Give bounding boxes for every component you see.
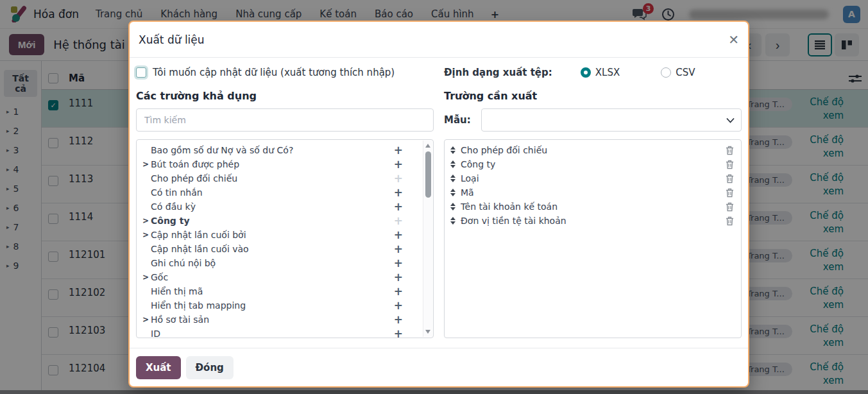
- field-label: Bao gồm số dư Nợ và số dư Có?: [151, 145, 394, 155]
- import-compatible-checkbox[interactable]: [136, 67, 146, 78]
- close-button[interactable]: Đóng: [186, 356, 234, 379]
- field-item[interactable]: >Cập nhật lần cuối bởi+: [137, 228, 432, 242]
- add-field-icon[interactable]: +: [394, 300, 403, 311]
- field-label: Hiển thị mã: [151, 286, 394, 296]
- trash-icon: [726, 160, 734, 169]
- expand-caret-icon[interactable]: >: [142, 273, 151, 282]
- field-item[interactable]: Bao gồm số dư Nợ và số dư Có?+: [137, 143, 432, 157]
- field-label: Cho phép đối chiếu: [151, 173, 394, 184]
- export-format-label: Định dạng xuất tệp:: [444, 67, 552, 78]
- screen: Hóa đơn Trang chủ Khách hàng Nhà cung cấ…: [0, 0, 868, 394]
- chevron-down-icon: [726, 117, 735, 123]
- format-option-csv[interactable]: CSV: [661, 67, 695, 78]
- export-field-item[interactable]: Mã: [445, 185, 740, 200]
- drag-sort-icon[interactable]: [450, 189, 455, 196]
- field-item[interactable]: >Gốc+: [137, 270, 432, 284]
- drag-sort-icon[interactable]: [450, 217, 455, 225]
- field-label: Có tin nhắn: [151, 187, 394, 198]
- export-field-item[interactable]: Tên tài khoản kế toán: [445, 200, 740, 214]
- drag-sort-icon[interactable]: [450, 146, 455, 154]
- format-option-label: XLSX: [595, 67, 620, 78]
- remove-field-button[interactable]: [726, 146, 734, 155]
- add-field-icon[interactable]: +: [394, 145, 403, 156]
- add-field-icon[interactable]: +: [394, 201, 403, 212]
- export-field-label: Loại: [461, 173, 726, 184]
- export-field-label: Tên tài khoản kế toán: [461, 201, 726, 212]
- trash-icon: [726, 188, 734, 198]
- drag-sort-icon[interactable]: [450, 203, 455, 210]
- field-label: ID: [151, 329, 394, 338]
- trash-icon: [726, 202, 734, 212]
- field-item[interactable]: Cho phép đối chiếu+: [137, 171, 432, 185]
- available-fields-heading: Các trường khả dụng: [136, 90, 434, 102]
- export-format-group: Định dạng xuất tệp: XLSX CSV: [444, 67, 742, 78]
- field-label: Gốc: [151, 272, 394, 282]
- field-item[interactable]: Hiển thị mã+: [137, 284, 432, 298]
- add-field-icon[interactable]: +: [394, 230, 403, 241]
- expand-caret-icon[interactable]: >: [142, 216, 151, 225]
- field-item[interactable]: Có đầu kỳ+: [137, 200, 432, 214]
- field-item[interactable]: >Công ty+: [137, 214, 432, 228]
- add-field-icon[interactable]: +: [394, 314, 403, 325]
- expand-caret-icon[interactable]: >: [142, 230, 151, 239]
- template-label: Mẫu:: [444, 114, 481, 126]
- remove-field-button[interactable]: [726, 188, 734, 198]
- remove-field-button[interactable]: [726, 160, 734, 169]
- field-label: Bút toán được phép: [151, 159, 394, 169]
- export-field-item[interactable]: Công ty: [445, 157, 740, 171]
- template-select[interactable]: [481, 108, 742, 132]
- export-field-item[interactable]: Đơn vị tiền tệ tài khoản: [445, 214, 740, 228]
- export-button[interactable]: Xuất: [136, 356, 181, 379]
- add-field-icon[interactable]: +: [394, 159, 403, 170]
- radio-selected-icon: [581, 67, 591, 78]
- dialog-footer: Xuất Đóng: [130, 348, 748, 386]
- scroll-thumb[interactable]: [425, 151, 431, 198]
- scroll-up-icon[interactable]: [425, 144, 430, 148]
- add-field-icon[interactable]: +: [394, 329, 403, 339]
- expand-caret-icon[interactable]: >: [142, 160, 151, 169]
- drag-sort-icon[interactable]: [450, 175, 455, 182]
- add-field-icon[interactable]: +: [394, 244, 403, 255]
- export-fields-panel: Trường cần xuất Mẫu:: [444, 81, 742, 338]
- export-field-label: Đơn vị tiền tệ tài khoản: [461, 216, 726, 226]
- available-fields-list: Bao gồm số dư Nợ và số dư Có?+ >Bút toán…: [136, 139, 434, 338]
- field-label: Cập nhật lần cuối vào: [151, 244, 394, 254]
- field-item[interactable]: Cập nhật lần cuối vào+: [137, 242, 432, 256]
- field-item[interactable]: ID+: [137, 327, 432, 338]
- field-item[interactable]: Có tin nhắn+: [137, 185, 432, 200]
- scrollbar[interactable]: [423, 141, 432, 337]
- export-field-label: Cho phép đối chiếu: [461, 145, 726, 155]
- remove-field-button[interactable]: [726, 202, 734, 212]
- remove-field-button[interactable]: [726, 216, 734, 226]
- export-field-item[interactable]: Loại: [445, 171, 740, 185]
- field-item[interactable]: >Hồ sơ tài sản+: [137, 313, 432, 327]
- scroll-down-icon[interactable]: [425, 330, 430, 334]
- export-dialog: Xuất dữ liệu ✕ Tôi muốn cập nhật dữ liệu…: [128, 21, 749, 388]
- add-field-icon-disabled: +: [394, 173, 403, 184]
- dialog-title: Xuất dữ liệu: [139, 33, 205, 46]
- dialog-body: Tôi muốn cập nhật dữ liệu (xuất tương th…: [130, 58, 748, 348]
- field-item[interactable]: Ghi chú nội bộ+: [137, 256, 432, 270]
- format-option-xlsx[interactable]: XLSX: [581, 67, 620, 78]
- drag-sort-icon[interactable]: [450, 160, 455, 168]
- export-field-label: Mã: [461, 187, 726, 198]
- field-item[interactable]: >Bút toán được phép+: [137, 157, 432, 171]
- expand-caret-icon[interactable]: >: [142, 315, 151, 324]
- trash-icon: [726, 146, 734, 155]
- add-field-icon[interactable]: +: [394, 187, 403, 198]
- field-search-input[interactable]: [136, 108, 434, 132]
- remove-field-button[interactable]: [726, 174, 734, 184]
- field-label: Hồ sơ tài sản: [151, 314, 394, 325]
- add-field-icon[interactable]: +: [394, 272, 403, 283]
- add-field-icon[interactable]: +: [394, 286, 403, 297]
- radio-unselected-icon: [661, 67, 671, 78]
- field-item[interactable]: Hiển thị tab mapping+: [137, 298, 432, 313]
- export-field-item[interactable]: Cho phép đối chiếu: [445, 143, 740, 157]
- add-field-icon-disabled: +: [394, 216, 403, 227]
- export-fields-list: Cho phép đối chiếu Công ty Loại: [444, 139, 742, 338]
- add-field-icon[interactable]: +: [394, 258, 403, 269]
- trash-icon: [726, 216, 734, 226]
- format-option-label: CSV: [676, 67, 695, 78]
- close-icon[interactable]: ✕: [728, 33, 739, 46]
- field-label: Cập nhật lần cuối bởi: [151, 230, 394, 240]
